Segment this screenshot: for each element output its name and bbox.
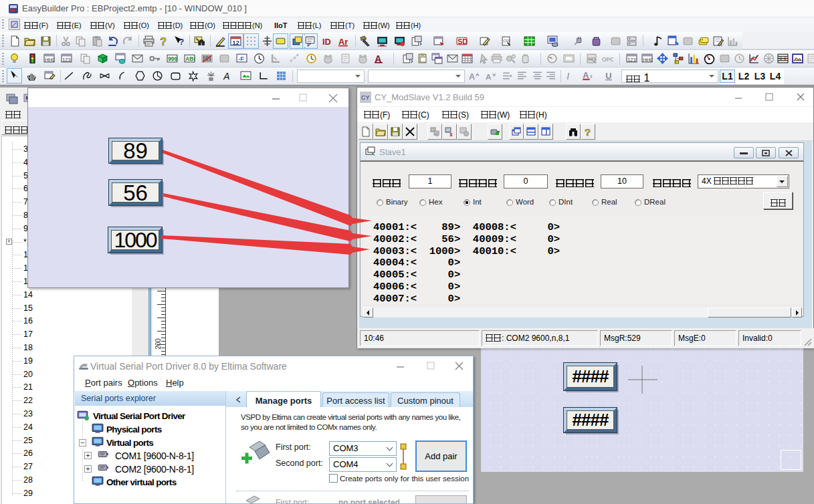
svg-text:SD: SD xyxy=(457,37,468,45)
svg-text:HHO: HHO xyxy=(45,57,55,63)
svg-text:A: A xyxy=(469,72,475,82)
svg-text:Ar: Ar xyxy=(338,37,348,47)
svg-text:-F: -F xyxy=(238,55,244,62)
svg-text:123: 123 xyxy=(627,57,635,63)
svg-text:A: A xyxy=(486,72,492,81)
svg-text:A: A xyxy=(223,71,229,82)
svg-text:HQ: HQ xyxy=(588,56,595,62)
svg-text:999: 999 xyxy=(168,55,177,62)
svg-text:?: ? xyxy=(585,126,591,137)
svg-text:ABC: ABC xyxy=(185,55,195,62)
svg-text:OPC: OPC xyxy=(602,56,613,63)
svg-text:A: A xyxy=(583,70,589,80)
svg-text:I: I xyxy=(567,71,569,82)
svg-text:x: x xyxy=(449,131,453,137)
svg-text:12: 12 xyxy=(232,39,239,46)
svg-text:ID: ID xyxy=(322,37,331,47)
svg-text:?: ? xyxy=(179,37,185,47)
svg-text:HHO: HHO xyxy=(643,57,653,63)
svg-text:U: U xyxy=(605,71,611,81)
svg-text:CSV: CSV xyxy=(503,39,510,43)
svg-text:123: 123 xyxy=(62,57,70,63)
svg-text:CY: CY xyxy=(361,94,370,101)
svg-text:?: ? xyxy=(160,36,167,47)
